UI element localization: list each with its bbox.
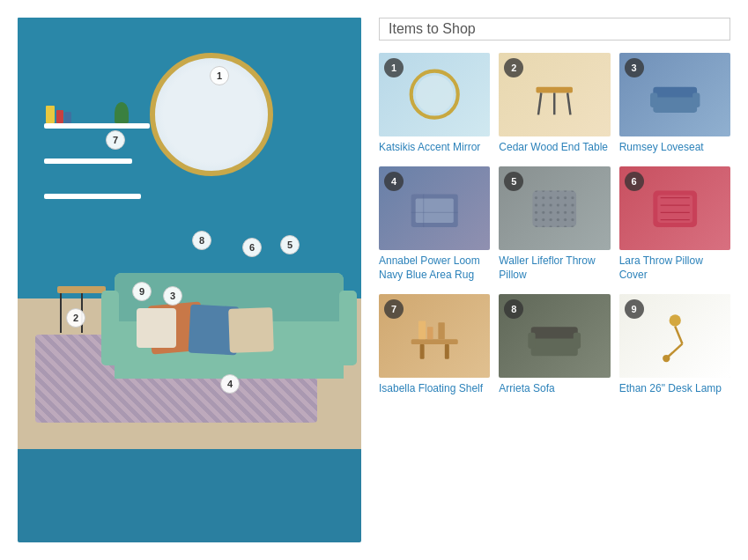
item-image-1: 1 (379, 53, 490, 136)
item-image-2: 2 (499, 53, 610, 136)
item-image-5: 5 (499, 166, 610, 250)
room-shelf-3 (44, 194, 141, 199)
svg-line-35 (675, 326, 682, 343)
room-badge-3[interactable]: 3 (163, 286, 182, 306)
room-pillow-knit (228, 307, 274, 353)
shop-item-1[interactable]: 1 Katsikis Accent Mirror (379, 53, 490, 154)
svg-rect-25 (420, 345, 425, 360)
room-badge-7[interactable]: 7 (106, 130, 125, 150)
decor-book-3 (64, 112, 71, 123)
room-badge-8[interactable]: 8 (192, 231, 211, 250)
item-name-9[interactable]: Ethan 26" Desk Lamp (619, 382, 730, 396)
shop-panel: Items to Shop 1 Katsikis Accent Mirror 2… (379, 18, 730, 542)
decor-book-2 (56, 110, 63, 123)
room-badge-9[interactable]: 9 (132, 282, 152, 301)
item-image-9: 9 (619, 294, 730, 378)
svg-rect-8 (650, 93, 657, 108)
room-shelf-2 (44, 158, 132, 164)
decor-book-1 (46, 106, 55, 123)
svg-rect-7 (653, 87, 697, 98)
svg-rect-31 (531, 328, 578, 339)
svg-point-34 (669, 314, 680, 326)
room-panel: 1 2 3 4 5 6 7 8 9 (18, 18, 361, 542)
item-badge-9: 9 (625, 299, 644, 319)
svg-rect-29 (438, 323, 444, 340)
shop-item-4[interactable]: 4 Annabel Power Loom Navy Blue Area Rug (379, 166, 490, 282)
items-grid: 1 Katsikis Accent Mirror 2 Cedar Wood En… (379, 53, 730, 396)
room-badge-1[interactable]: 1 (210, 66, 229, 85)
item-name-2[interactable]: Cedar Wood End Table (499, 141, 610, 155)
item-badge-1: 1 (384, 58, 404, 77)
shop-item-2[interactable]: 2 Cedar Wood End Table (499, 53, 610, 154)
svg-line-3 (538, 93, 541, 115)
shop-item-7[interactable]: 7 Isabella Floating Shelf (379, 294, 490, 395)
shop-item-9[interactable]: 9 Ethan 26" Desk Lamp (619, 294, 730, 395)
item-image-3: 3 (619, 53, 730, 136)
svg-rect-28 (427, 328, 433, 340)
item-name-5[interactable]: Waller Lifeflor Throw Pillow (499, 254, 610, 282)
svg-rect-30 (531, 336, 578, 357)
svg-rect-26 (445, 345, 449, 360)
svg-rect-27 (418, 321, 426, 340)
item-badge-3: 3 (625, 58, 644, 77)
room-badge-5[interactable]: 5 (280, 235, 300, 254)
svg-rect-19 (657, 195, 692, 222)
room-badge-6[interactable]: 6 (242, 238, 262, 257)
item-name-7[interactable]: Isabella Floating Shelf (379, 382, 490, 396)
room-badge-4[interactable]: 4 (220, 374, 240, 394)
item-badge-6: 6 (625, 172, 644, 191)
room-scene: 1 2 3 4 5 6 7 8 9 (18, 18, 361, 449)
item-image-4: 4 (379, 166, 490, 250)
item-image-8: 8 (499, 294, 610, 378)
shop-item-5[interactable]: 5 Waller Lifeflor Throw Pillow (499, 166, 610, 282)
svg-point-37 (663, 354, 670, 361)
svg-rect-33 (574, 333, 581, 349)
svg-point-1 (416, 76, 454, 114)
svg-rect-32 (529, 333, 536, 349)
svg-rect-24 (411, 340, 458, 345)
room-shelf-1 (44, 123, 150, 129)
item-name-4[interactable]: Annabel Power Loom Navy Blue Area Rug (379, 254, 490, 282)
item-image-6: 6 (619, 166, 730, 250)
shop-item-3[interactable]: 3 Rumsey Loveseat (619, 53, 730, 154)
item-image-7: 7 (379, 294, 490, 378)
svg-rect-9 (692, 93, 700, 108)
shop-title: Items to Shop (379, 18, 730, 41)
item-name-8[interactable]: Arrieta Sofa (499, 382, 610, 396)
svg-line-4 (567, 93, 570, 115)
svg-rect-17 (533, 190, 577, 226)
item-name-6[interactable]: Lara Throw Pillow Cover (619, 254, 730, 282)
room-badge-2[interactable]: 2 (66, 308, 85, 328)
room-plant (115, 102, 129, 123)
room-pillow-white (137, 308, 176, 348)
item-name-1[interactable]: Katsikis Accent Mirror (379, 141, 490, 155)
shop-item-6[interactable]: 6 Lara Throw Pillow Cover (619, 166, 730, 282)
svg-rect-2 (537, 87, 573, 93)
item-name-3[interactable]: Rumsey Loveseat (619, 141, 730, 155)
shop-item-8[interactable]: 8 Arrieta Sofa (499, 294, 610, 395)
svg-rect-11 (416, 198, 454, 222)
